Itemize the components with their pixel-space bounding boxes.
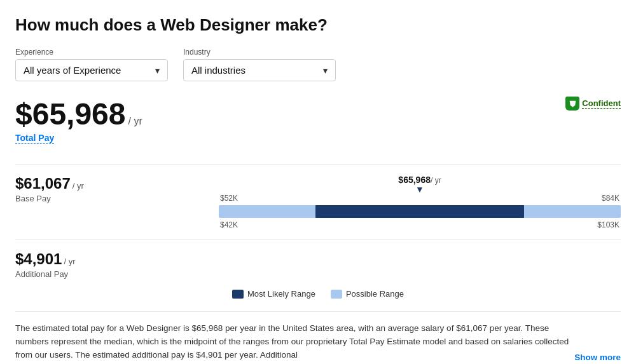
- experience-dropdown[interactable]: All years of Experience ▾: [15, 59, 168, 81]
- base-pay-per-year: / yr: [73, 181, 84, 191]
- median-arrow-icon: ▼: [415, 185, 424, 194]
- confident-badge: Confident: [565, 97, 621, 111]
- divider-3: [15, 311, 621, 312]
- additional-pay-row: $4,901 / yr Additional Pay: [15, 250, 621, 279]
- total-pay-amount: $65,968 / yr: [15, 97, 206, 131]
- additional-pay-value: $4,901: [15, 250, 62, 268]
- base-pay-value: $61,067: [15, 175, 71, 192]
- divider-2: [15, 239, 621, 240]
- experience-chevron-icon: ▾: [155, 65, 160, 76]
- base-pay-group: $61,067 / yr Base Pay: [15, 175, 206, 203]
- show-more-button[interactable]: Show more: [574, 353, 621, 362]
- legend-likely-box: [232, 290, 244, 299]
- divider-1: [15, 164, 621, 165]
- experience-dropdown-group: Experience All years of Experience ▾: [15, 48, 168, 81]
- page-title: How much does a Web Designer make?: [15, 15, 621, 35]
- filters-row: Experience All years of Experience ▾ Ind…: [15, 48, 621, 81]
- median-label: $65,968/ yr: [398, 175, 441, 185]
- chart-area: $65,968/ yr ▼ $52K $84K $42K $103: [206, 175, 621, 229]
- industry-value: All industries: [191, 65, 245, 76]
- range-bottom-low: $42K: [220, 220, 238, 229]
- base-pay-row: $61,067 / yr Base Pay $65,968/ yr ▼ $52K…: [15, 175, 621, 229]
- industry-dropdown-group: Industry All industries ▾: [183, 48, 336, 81]
- industry-dropdown[interactable]: All industries ▾: [183, 59, 336, 81]
- experience-value: All years of Experience: [24, 65, 121, 76]
- legend-possible-box: [331, 290, 342, 299]
- industry-chevron-icon: ▾: [323, 65, 328, 76]
- confident-label: Confident: [582, 98, 621, 109]
- additional-pay-per-year: / yr: [64, 257, 75, 266]
- median-indicator: $65,968/ yr ▼: [398, 175, 441, 194]
- total-pay-value: $65,968: [15, 97, 126, 131]
- total-pay-section: $65,968 / yr Total Pay: [15, 97, 621, 154]
- range-labels-top: $52K $84K: [219, 194, 621, 203]
- additional-pay-amount: $4,901 / yr: [15, 250, 206, 268]
- total-pay-label: Total Pay: [15, 133, 54, 144]
- legend-possible: Possible Range: [331, 289, 404, 299]
- confident-shield-icon: [565, 97, 579, 111]
- range-low-label: $52K: [220, 194, 238, 203]
- range-bottom-high: $103K: [597, 220, 619, 229]
- additional-pay-label: Additional Pay: [15, 269, 206, 279]
- description-section: The estimated total pay for a Web Design…: [15, 322, 621, 362]
- description-text: The estimated total pay for a Web Design…: [15, 322, 572, 362]
- legend-likely: Most Likely Range: [232, 289, 315, 299]
- industry-label: Industry: [183, 48, 336, 57]
- chart-legend: Most Likely Range Possible Range: [15, 289, 621, 299]
- chart-wrapper: $65,968/ yr ▼ $52K $84K $42K $103: [219, 175, 621, 229]
- range-high-label: $84K: [602, 194, 619, 203]
- experience-label: Experience: [15, 48, 168, 57]
- legend-likely-label: Most Likely Range: [247, 289, 315, 299]
- base-pay-label: Base Pay: [15, 194, 206, 203]
- additional-pay-group: $4,901 / yr Additional Pay: [15, 250, 206, 279]
- likely-range-bar: [315, 205, 525, 218]
- total-pay-info: $65,968 / yr Total Pay: [15, 97, 206, 154]
- total-pay-per-year: / yr: [128, 116, 142, 127]
- base-pay-amount: $61,067 / yr: [15, 175, 206, 192]
- range-labels-bottom: $42K $103K: [219, 220, 621, 229]
- legend-possible-label: Possible Range: [346, 289, 404, 299]
- salary-section: Confident $65,968 / yr Total Pay $61,067…: [15, 97, 621, 362]
- salary-bar: [219, 205, 621, 218]
